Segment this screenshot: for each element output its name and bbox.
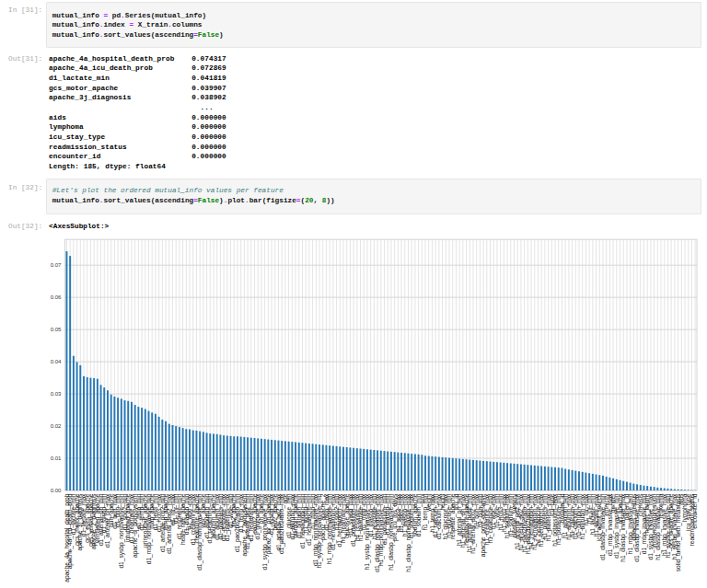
svg-text:0.00: 0.00 <box>51 487 62 493</box>
svg-text:0.01: 0.01 <box>51 455 62 461</box>
svg-text:0.03: 0.03 <box>51 390 62 397</box>
svg-text:0.04: 0.04 <box>51 358 62 364</box>
svg-text:0.07: 0.07 <box>51 261 62 268</box>
svg-text:encounter_id: encounter_id <box>691 493 699 528</box>
svg-text:0.06: 0.06 <box>51 294 62 300</box>
svg-text:0.05: 0.05 <box>51 326 62 332</box>
svg-text:0.02: 0.02 <box>51 422 62 429</box>
